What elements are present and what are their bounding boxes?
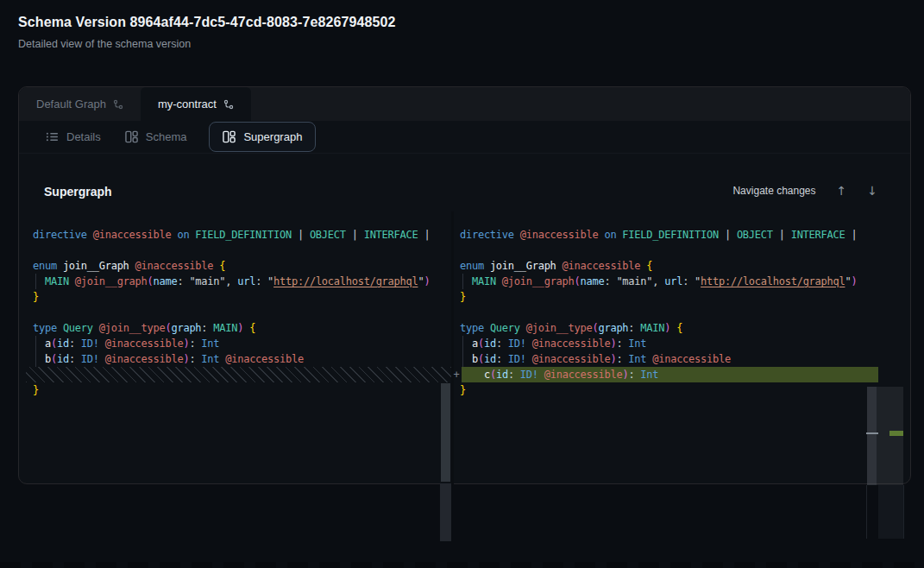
- code-line: MAIN @join__graph(name: "main", url: "ht…: [26, 274, 451, 289]
- page-subtitle: Detailed view of the schema version: [18, 38, 191, 50]
- code-line: }: [453, 289, 878, 305]
- code-line: type Query @join__type(graph: MAIN) {: [26, 320, 451, 336]
- tab-default-graph[interactable]: Default Graph: [19, 87, 141, 121]
- bottom-dashed-strip: [0, 562, 924, 568]
- diff-right-pane[interactable]: directive @inaccessible on FIELD_DEFINIT…: [453, 211, 878, 484]
- code-line: directive @inaccessible on FIELD_DEFINIT…: [26, 227, 451, 243]
- variant-icon: [223, 99, 234, 110]
- code-line: a(id: ID! @inaccessible): Int: [453, 336, 878, 351]
- code-line: directive @inaccessible on FIELD_DEFINIT…: [453, 227, 878, 243]
- tab-details[interactable]: Details: [34, 123, 113, 151]
- next-change-button[interactable]: ↓: [867, 184, 877, 198]
- previous-change-button[interactable]: ↑: [837, 184, 847, 198]
- code-line: b(id: ID! @inaccessible): Int @inaccessi…: [26, 351, 451, 367]
- minimap-slider[interactable]: [877, 387, 903, 485]
- code-line: b(id: ID! @inaccessible): Int @inaccessi…: [453, 351, 878, 367]
- minimap-overflow-strip: [878, 485, 904, 539]
- diff-left-pane[interactable]: directive @inaccessible on FIELD_DEFINIT…: [26, 211, 451, 484]
- navigate-changes: Navigate changes ↑ ↓: [732, 184, 877, 198]
- code-line: [453, 305, 878, 320]
- overview-ruler-cursor-mark: [866, 432, 878, 434]
- tab-details-label: Details: [66, 130, 101, 143]
- panels-icon: [223, 130, 236, 143]
- panels-icon: [125, 130, 138, 143]
- code-line: }: [26, 382, 451, 398]
- left-scrollbar-slider[interactable]: [441, 383, 450, 482]
- tab-supergraph-label: Supergraph: [243, 130, 302, 143]
- diff-insert-marker: +: [449, 367, 463, 382]
- diff-removed-placeholder: [26, 367, 451, 382]
- code-line: enum join__Graph @inaccessible {: [453, 258, 878, 274]
- navigate-changes-label: Navigate changes: [732, 185, 815, 197]
- graph-tab-bar: Default Graph my-contract: [19, 87, 910, 121]
- variant-icon: [113, 99, 123, 110]
- right-scrollbar-slider[interactable]: [867, 387, 877, 485]
- code-line: type Query @join__type(graph: MAIN) {: [453, 320, 878, 336]
- tab-default-graph-label: Default Graph: [36, 98, 106, 110]
- code-line: }: [26, 289, 451, 305]
- code-line: [26, 305, 451, 320]
- schema-version-page: Schema Version 8964af44-7dc5-47cd-8083-7…: [0, 0, 924, 568]
- code-line: MAIN @join__graph(name: "main", url: "ht…: [453, 274, 878, 289]
- tab-supergraph[interactable]: Supergraph: [209, 122, 316, 152]
- minimap-border-line: [866, 485, 867, 539]
- list-icon: [46, 130, 59, 143]
- code-line: a(id: ID! @inaccessible): Int: [26, 336, 451, 351]
- sash-overflow-strip: [440, 483, 451, 541]
- tab-my-contract[interactable]: my-contract: [141, 87, 251, 121]
- code-link[interactable]: http://localhost/graphql: [273, 275, 418, 287]
- code-link[interactable]: http://localhost/graphql: [701, 275, 845, 287]
- code-line: }: [453, 382, 878, 398]
- tab-schema-label: Schema: [146, 130, 187, 143]
- panel-title: Supergraph: [44, 185, 112, 199]
- minimap-border-line: [903, 485, 904, 539]
- view-tab-bar: Details Schema: [19, 121, 910, 154]
- tab-schema[interactable]: Schema: [113, 123, 199, 151]
- code-line: enum join__Graph @inaccessible {: [26, 258, 451, 274]
- page-title: Schema Version 8964af44-7dc5-47cd-8083-7…: [18, 15, 395, 30]
- overview-ruler-addition-mark: [889, 431, 903, 436]
- tab-my-contract-label: my-contract: [158, 98, 217, 110]
- code-line: [453, 243, 878, 258]
- diff-added-line: c(id: ID! @inaccessible): Int: [462, 367, 878, 382]
- code-line: [26, 243, 451, 258]
